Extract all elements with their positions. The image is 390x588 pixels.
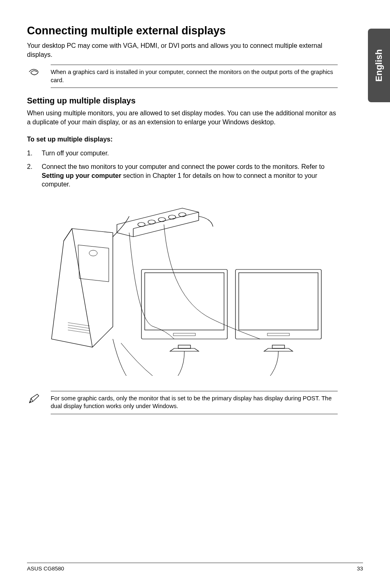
subheading: Setting up multiple displays xyxy=(27,96,338,105)
footer-page-number: 33 xyxy=(357,566,363,572)
procedure-heading: To set up multiple displays: xyxy=(27,136,338,143)
procedure-list: Turn off your computer. Connect the two … xyxy=(27,149,338,189)
svg-line-22 xyxy=(31,398,33,402)
svg-line-8 xyxy=(64,229,72,241)
svg-rect-17 xyxy=(173,333,195,336)
pen-icon xyxy=(27,391,42,404)
svg-rect-18 xyxy=(235,269,321,339)
svg-point-9 xyxy=(89,250,97,256)
footer-model: ASUS CG8580 xyxy=(27,566,64,572)
svg-rect-19 xyxy=(239,273,318,330)
language-label: English xyxy=(374,49,384,81)
sub-intro-paragraph: When using multiple monitors, you are al… xyxy=(27,109,338,126)
svg-point-5 xyxy=(168,215,176,219)
step-2-text: Connect the two monitors to your compute… xyxy=(42,162,338,189)
svg-line-12 xyxy=(68,328,90,331)
svg-rect-14 xyxy=(141,269,227,339)
svg-line-10 xyxy=(68,323,90,326)
svg-line-13 xyxy=(68,330,90,333)
svg-point-4 xyxy=(158,218,166,222)
svg-rect-20 xyxy=(272,345,285,348)
step-1-text: Turn off your computer. xyxy=(42,149,109,158)
language-tab: English xyxy=(368,29,390,102)
svg-point-3 xyxy=(148,220,155,224)
setup-illustration xyxy=(27,198,338,382)
intro-paragraph: Your desktop PC may come with VGA, HDMI,… xyxy=(27,41,338,59)
svg-line-11 xyxy=(68,325,90,328)
svg-rect-15 xyxy=(145,273,224,330)
note-graphics-card: When a graphics card is installed in you… xyxy=(27,65,338,88)
svg-point-2 xyxy=(138,222,145,227)
page-content: Connecting multiple external displays Yo… xyxy=(27,25,338,414)
page-footer: ASUS CG8580 33 xyxy=(27,563,363,572)
svg-rect-21 xyxy=(267,333,289,336)
note-text-2: For some graphic cards, only the monitor… xyxy=(51,391,338,414)
step-1: Turn off your computer. xyxy=(27,149,338,158)
note-text: When a graphics card is installed in you… xyxy=(51,65,338,88)
step-2: Connect the two monitors to your compute… xyxy=(27,162,338,189)
svg-rect-16 xyxy=(178,345,191,348)
page-heading: Connecting multiple external displays xyxy=(27,25,338,37)
svg-line-7 xyxy=(72,229,92,347)
note-graphic-cards-post: For some graphic cards, only the monitor… xyxy=(27,391,338,414)
paperclip-icon xyxy=(27,65,42,76)
